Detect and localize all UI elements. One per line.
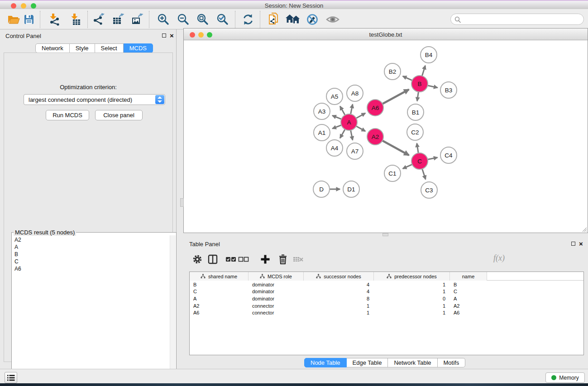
graph-node-A3[interactable]: A3 xyxy=(314,103,330,119)
resize-grip-icon[interactable] xyxy=(581,226,587,232)
graph-node-B3[interactable]: B3 xyxy=(440,82,457,98)
graph-node-A1[interactable]: A1 xyxy=(314,124,330,141)
table-row[interactable]: A2connector11A2 xyxy=(190,302,583,310)
float-panel-icon[interactable] xyxy=(162,33,166,38)
table-row[interactable]: Cdominator41C xyxy=(190,288,583,295)
show-column-button[interactable] xyxy=(205,252,220,267)
delete-table-button[interactable] xyxy=(291,252,306,267)
column-header-successor-nodes[interactable]: successor nodes xyxy=(304,272,374,281)
zoom-out-icon xyxy=(177,13,190,26)
search-input[interactable] xyxy=(463,14,580,24)
task-history-button[interactable] xyxy=(5,372,17,383)
graph-node-A4[interactable]: A4 xyxy=(326,140,343,156)
graph-node-label: C4 xyxy=(445,152,453,159)
vertical-split-handle[interactable] xyxy=(180,198,184,207)
clone-network-button[interactable] xyxy=(266,11,282,28)
export-network-button[interactable] xyxy=(91,11,107,28)
tab-edge-table[interactable]: Edge Table xyxy=(347,358,388,367)
tab-motifs[interactable]: Motifs xyxy=(438,358,466,367)
save-session-button[interactable] xyxy=(21,11,37,28)
graph-node-C2[interactable]: C2 xyxy=(407,124,423,140)
graph-edge-A2-C[interactable] xyxy=(381,140,409,155)
table-settings-button[interactable] xyxy=(190,252,205,267)
export-image-button[interactable] xyxy=(129,11,145,28)
graph-node-C4[interactable]: C4 xyxy=(440,147,457,163)
zoom-selected-button[interactable] xyxy=(215,11,231,28)
graph-edge-A6-B[interactable] xyxy=(381,90,409,105)
criterion-select[interactable]: largest connected component (directed) xyxy=(24,94,165,105)
column-header-mcds-role[interactable]: MCDS role xyxy=(249,272,304,281)
column-header-name[interactable]: name xyxy=(450,272,487,281)
unchecked-boxes-icon xyxy=(238,256,249,263)
graph-node-A2[interactable]: A2 xyxy=(367,129,383,145)
graph-node-A5[interactable]: A5 xyxy=(326,88,343,105)
tab-style[interactable]: Style xyxy=(70,43,95,53)
refresh-view-button[interactable] xyxy=(240,11,256,28)
close-panel-icon[interactable]: × xyxy=(170,33,174,38)
graph-node-D[interactable]: D xyxy=(313,181,330,197)
function-builder-button[interactable]: f(x) xyxy=(493,253,505,263)
toggle-visibility-button[interactable] xyxy=(325,11,341,28)
graph-node-A8[interactable]: A8 xyxy=(347,85,363,101)
graph-node-B2[interactable]: B2 xyxy=(384,63,401,80)
tab-select[interactable]: Select xyxy=(95,43,124,53)
zoom-in-button[interactable] xyxy=(155,11,172,28)
graph-node-label: D xyxy=(319,186,324,193)
mcds-result-scrollbar[interactable] xyxy=(170,235,176,383)
cell-mcds-role: connector xyxy=(249,303,304,309)
close-panel-icon[interactable]: × xyxy=(579,242,583,246)
tab-mcds[interactable]: MCDS xyxy=(124,43,153,53)
zoom-out-button[interactable] xyxy=(175,11,191,28)
tab-network[interactable]: Network xyxy=(35,43,70,53)
memory-button[interactable]: Memory xyxy=(545,372,585,383)
open-session-button[interactable] xyxy=(5,11,22,28)
cell-mcds-role: dominator xyxy=(249,289,304,294)
column-header-predecessor-nodes[interactable]: predecessor nodes xyxy=(374,272,450,281)
mcds-result-item[interactable]: C xyxy=(13,258,21,265)
network-view-window: testGlobe.txt B4B2BB3A5A8A6A3B1AA1C2A2A4… xyxy=(183,28,588,233)
zoom-selected-icon xyxy=(216,13,229,26)
cybrowser-home-button[interactable] xyxy=(285,11,301,28)
export-table-button[interactable] xyxy=(110,11,126,28)
graph-node-C3[interactable]: C3 xyxy=(421,182,437,198)
mcds-result-item[interactable]: A2 xyxy=(13,236,21,243)
unselect-all-button[interactable] xyxy=(236,252,251,267)
graph-node-label: A7 xyxy=(351,148,359,155)
create-column-button[interactable] xyxy=(258,252,273,267)
column-header-shared-name[interactable]: shared name xyxy=(190,272,249,281)
graph-node-A[interactable]: A xyxy=(341,114,357,130)
graph-node-C1[interactable]: C1 xyxy=(384,165,401,181)
graph-node-C[interactable]: C xyxy=(411,153,428,169)
network-canvas[interactable]: B4B2BB3A5A8A6A3B1AA1C2A2A4A7C4CC1C3DD1 xyxy=(184,40,588,233)
graph-node-label: A xyxy=(347,119,351,126)
mcds-result-item[interactable]: A6 xyxy=(13,265,21,272)
float-panel-icon[interactable] xyxy=(571,242,575,246)
graph-node-B4[interactable]: B4 xyxy=(421,47,437,63)
mcds-result-item[interactable]: B xyxy=(13,251,21,258)
delete-column-button[interactable] xyxy=(275,252,291,267)
tab-network-table[interactable]: Network Table xyxy=(388,358,437,367)
graph-node-D1[interactable]: D1 xyxy=(343,181,359,197)
close-panel-button[interactable]: Close panel xyxy=(95,110,143,120)
column-header-label: successor nodes xyxy=(324,274,361,279)
graph-node-B[interactable]: B xyxy=(411,76,428,92)
table-row[interactable]: A6connector11A6 xyxy=(190,309,583,316)
graph-node-A7[interactable]: A7 xyxy=(347,143,363,159)
cell-successor-nodes: 1 xyxy=(304,303,374,309)
import-network-button[interactable] xyxy=(46,11,62,28)
column-header-label: name xyxy=(462,274,475,279)
mcds-result-item[interactable]: A xyxy=(13,243,21,251)
zoom-fit-button[interactable] xyxy=(195,11,211,28)
graph-edge-B-B4[interactable] xyxy=(422,66,425,77)
hide-labels-button[interactable] xyxy=(304,11,320,28)
horizontal-split-handle[interactable] xyxy=(382,233,388,236)
table-row[interactable]: Adominator80A xyxy=(190,295,583,302)
mcds-result-title: MCDS result (5 nodes) xyxy=(14,229,76,236)
graph-node-A6[interactable]: A6 xyxy=(367,100,383,116)
tab-node-table[interactable]: Node Table xyxy=(304,358,347,367)
graph-node-B1[interactable]: B1 xyxy=(407,104,424,120)
import-table-button[interactable] xyxy=(67,11,84,28)
table-row[interactable]: Bdominator41B xyxy=(190,281,583,288)
run-mcds-button[interactable]: Run MCDS xyxy=(46,110,89,120)
graph-edge-C-C3[interactable] xyxy=(422,167,426,179)
